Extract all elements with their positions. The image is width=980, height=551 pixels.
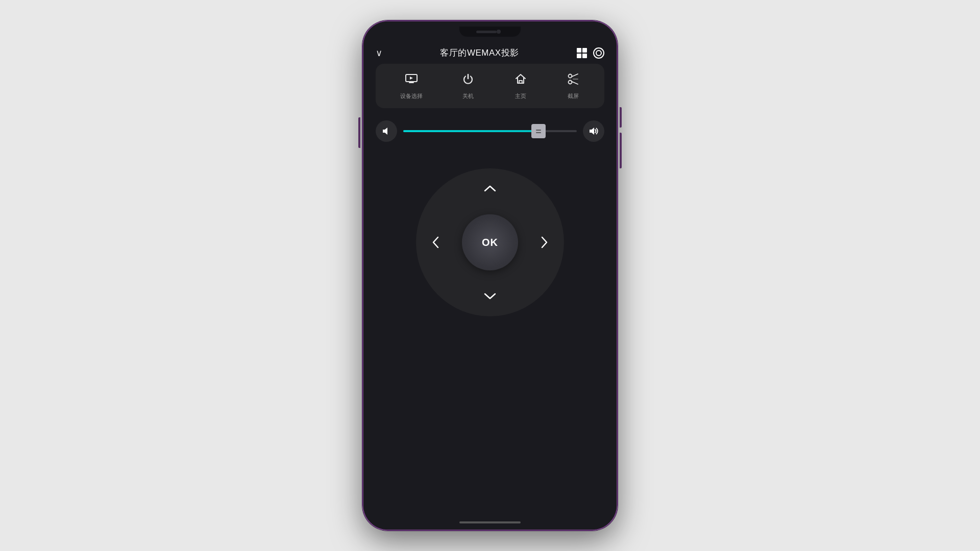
tv-icon	[404, 72, 419, 88]
dpad-right-button[interactable]	[531, 230, 557, 255]
svg-marker-1	[410, 77, 413, 80]
ok-label: OK	[482, 237, 498, 248]
grid-cell	[577, 54, 581, 58]
screenshot-button[interactable]: 截屏	[566, 72, 580, 100]
header-icons	[577, 47, 604, 59]
dpad-down-button[interactable]	[477, 284, 503, 309]
svg-line-7	[571, 74, 578, 77]
device-select-label: 设备选择	[400, 92, 423, 100]
collapse-chevron[interactable]: ∨	[376, 47, 382, 59]
phone-body: ∨ 客厅的WEMAX投影	[362, 20, 618, 531]
svg-rect-4	[519, 81, 522, 83]
volume-high-icon	[588, 126, 599, 137]
chevron-down-icon	[484, 293, 496, 300]
home-label: 主页	[515, 92, 526, 100]
dpad-area: OK	[363, 158, 617, 517]
dpad: OK	[416, 168, 564, 316]
volume-slider-fill	[403, 130, 538, 132]
svg-marker-11	[590, 128, 594, 135]
notch-bar	[363, 21, 617, 42]
svg-point-6	[568, 81, 572, 84]
grip-line	[536, 132, 541, 133]
svg-marker-10	[383, 128, 387, 135]
power-icon	[461, 72, 475, 88]
grip-line	[536, 130, 541, 131]
front-camera	[497, 30, 501, 34]
grid-cell	[582, 48, 587, 53]
scissors-icon	[566, 72, 580, 88]
dpad-up-button[interactable]	[477, 176, 503, 201]
chevron-right-icon	[541, 236, 548, 248]
screen: ∨ 客厅的WEMAX投影	[363, 21, 617, 530]
home-icon	[513, 72, 528, 88]
svg-point-5	[568, 74, 572, 78]
header: ∨ 客厅的WEMAX投影	[363, 42, 617, 64]
volume-low-icon	[381, 126, 391, 136]
ok-button[interactable]: OK	[462, 214, 518, 270]
volume-up-btn[interactable]	[583, 120, 604, 142]
volume-down-btn[interactable]	[376, 120, 397, 142]
settings-icon[interactable]	[593, 47, 604, 59]
home-button[interactable]: 主页	[513, 72, 528, 100]
svg-line-8	[571, 82, 578, 85]
power-off-button[interactable]: 关机	[461, 72, 475, 100]
power-button[interactable]	[358, 117, 360, 148]
volume-slider-thumb[interactable]	[531, 124, 546, 138]
layout-icon[interactable]	[577, 48, 587, 58]
volume-down-button[interactable]	[620, 133, 622, 168]
chevron-up-icon	[484, 185, 496, 192]
volume-area	[376, 120, 604, 142]
power-off-label: 关机	[462, 92, 474, 100]
volume-up-button[interactable]	[620, 107, 622, 128]
grid-cell	[577, 48, 581, 53]
notch	[459, 27, 521, 37]
speaker-grille	[476, 31, 497, 33]
volume-slider-track[interactable]	[403, 130, 577, 132]
page-title: 客厅的WEMAX投影	[440, 47, 519, 59]
home-indicator	[459, 521, 521, 523]
chevron-left-icon	[432, 236, 439, 248]
dpad-left-button[interactable]	[423, 230, 449, 255]
device-select-button[interactable]: 设备选择	[400, 72, 423, 100]
phone-wrapper: ∨ 客厅的WEMAX投影	[360, 15, 620, 536]
quick-actions-bar: 设备选择 关机	[376, 64, 604, 108]
grid-cell	[582, 54, 587, 58]
screenshot-label: 截屏	[568, 92, 579, 100]
thumb-grip	[536, 130, 541, 133]
